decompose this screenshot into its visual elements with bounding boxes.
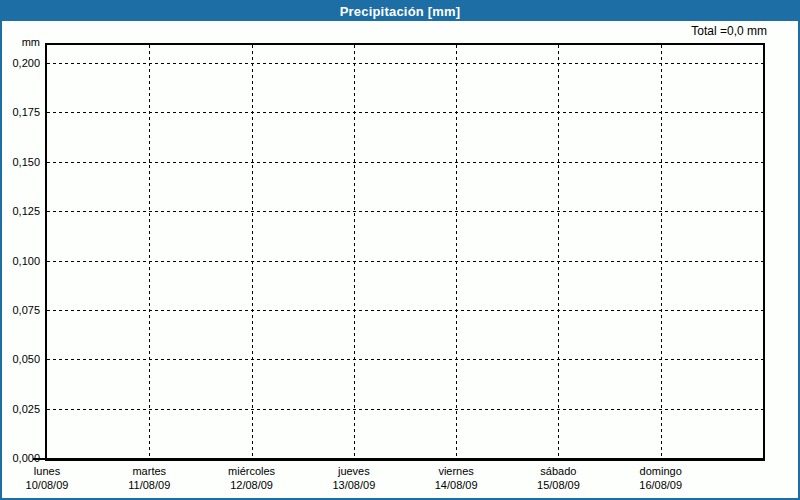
y-tick-label: 0,050: [2, 352, 40, 366]
x-tick-day: lunes: [26, 464, 69, 478]
x-tick-label: lunes10/08/09: [26, 464, 69, 492]
y-axis-tick-labels: 0,2000,1750,1500,1250,1000,0750,0500,025…: [2, 45, 40, 459]
x-tick-date: 10/08/09: [26, 478, 69, 492]
x-tick-date: 15/08/09: [537, 478, 580, 492]
x-tick-label: domingo16/08/09: [639, 464, 682, 492]
x-tick-day: viernes: [435, 464, 478, 478]
chart-title: Precipitación [mm]: [340, 4, 461, 19]
y-tick-label: 0,200: [2, 56, 40, 70]
x-axis-origin-tick: [33, 458, 45, 460]
y-tick-label: 0,175: [2, 105, 40, 119]
x-tick-date: 12/08/09: [228, 478, 275, 492]
x-tick-day: domingo: [639, 464, 682, 478]
y-tick-label: 0,025: [2, 402, 40, 416]
y-tick-label: 0,075: [2, 303, 40, 317]
chart-title-bar: Precipitación [mm]: [2, 2, 798, 21]
y-tick-label: 0,100: [2, 254, 40, 268]
plot-area: [45, 43, 765, 461]
x-tick-label: miércoles12/08/09: [228, 464, 275, 492]
x-tick-label: jueves13/08/09: [332, 464, 375, 492]
x-tick-day: jueves: [332, 464, 375, 478]
bar-layer: [47, 45, 763, 458]
total-annotation: Total =0,0 mm: [691, 24, 767, 38]
x-tick-date: 13/08/09: [332, 478, 375, 492]
x-tick-date: 11/08/09: [128, 478, 170, 492]
x-tick-label: martes11/08/09: [128, 464, 170, 492]
x-tick-day: sábado: [537, 464, 580, 478]
x-tick-date: 14/08/09: [435, 478, 478, 492]
x-tick-day: martes: [128, 464, 170, 478]
x-tick-date: 16/08/09: [639, 478, 682, 492]
chart-window: Precipitación [mm] Total =0,0 mm mm 0,20…: [0, 0, 800, 500]
x-tick-label: viernes14/08/09: [435, 464, 478, 492]
y-tick-label: 0,125: [2, 204, 40, 218]
x-axis-tick-labels: lunes10/08/09martes11/08/09miércoles12/0…: [45, 464, 765, 496]
x-tick-day: miércoles: [228, 464, 275, 478]
x-tick-label: sábado15/08/09: [537, 464, 580, 492]
y-tick-label: 0,150: [2, 155, 40, 169]
